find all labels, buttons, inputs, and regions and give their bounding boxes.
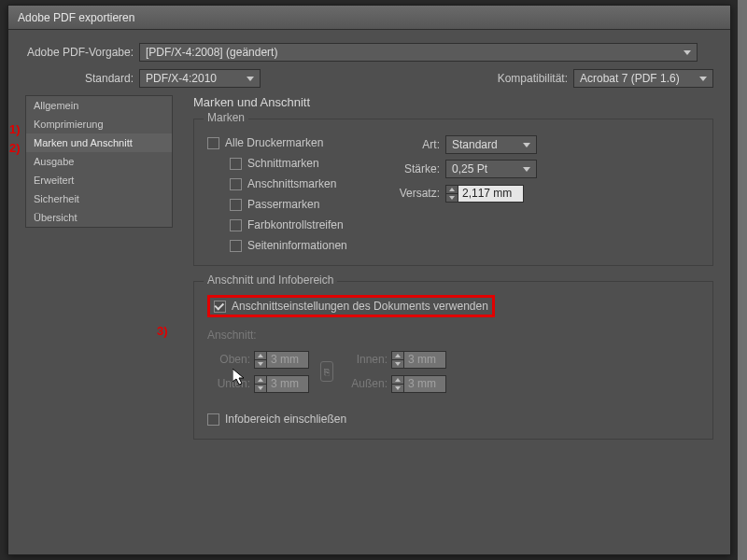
chevron-down-icon xyxy=(523,143,530,147)
category-sidebar: AllgemeinKomprimierungMarken und Anschni… xyxy=(25,95,173,228)
export-pdf-dialog: Adobe PDF exportieren Adobe PDF-Vorgabe:… xyxy=(7,5,731,555)
all-marks-checkbox[interactable] xyxy=(207,137,219,149)
mark-checkbox[interactable] xyxy=(230,158,242,170)
chevron-down-icon xyxy=(395,362,401,366)
chevron-up-icon xyxy=(449,188,455,191)
annotation-3: 3) xyxy=(157,324,168,338)
chevron-down-icon xyxy=(684,50,691,55)
annotation-2: 2) xyxy=(9,141,21,155)
bleed-caption: Anschnitt und Infobereich xyxy=(204,273,337,287)
weight-label: Stärke: xyxy=(394,162,445,175)
chevron-up-icon xyxy=(258,354,263,357)
mark-label: Passermarken xyxy=(247,198,319,211)
titlebar[interactable]: Adobe PDF exportieren xyxy=(8,6,730,30)
bleed-bottom-value: 3 mm xyxy=(267,375,309,393)
offset-stepper[interactable]: 2,117 mm xyxy=(445,185,524,203)
all-marks-label: Alle Druckermarken xyxy=(225,136,323,149)
link-icon: ⎘ xyxy=(320,361,333,382)
weight-value: 0,25 Pt xyxy=(452,162,487,175)
mark-label: Anschnittsmarken xyxy=(247,177,336,190)
mark-checkbox[interactable] xyxy=(230,219,242,231)
bleed-outer-stepper: 3 mm xyxy=(391,375,446,393)
preset-label: Adobe PDF-Vorgabe: xyxy=(25,46,139,59)
bleed-outer-value: 3 mm xyxy=(404,375,446,393)
annotation-1: 1) xyxy=(9,122,21,136)
compat-dropdown[interactable]: Acrobat 7 (PDF 1.6) xyxy=(573,69,713,88)
annotation-box-3: Anschnittseinstellungen des Dokuments ve… xyxy=(207,295,495,317)
bleed-top-label: Oben: xyxy=(207,353,254,366)
art-dropdown[interactable]: Standard xyxy=(445,135,537,154)
art-label: Art: xyxy=(394,138,445,151)
use-doc-bleed-label: Anschnittseinstellungen des Dokuments ve… xyxy=(232,300,488,313)
mark-checkbox[interactable] xyxy=(230,178,242,190)
standard-dropdown[interactable]: PDF/X-4:2010 xyxy=(139,69,261,88)
sidebar-item[interactable]: Komprimierung xyxy=(26,115,172,133)
slug-checkbox[interactable] xyxy=(207,413,219,426)
chevron-down-icon xyxy=(258,362,263,366)
compat-value: Acrobat 7 (PDF 1.6) xyxy=(580,72,680,85)
chevron-down-icon xyxy=(247,77,254,81)
chevron-up-icon xyxy=(258,378,263,382)
chevron-down-icon xyxy=(258,386,263,390)
window-title: Adobe PDF exportieren xyxy=(18,11,134,24)
chevron-down-icon xyxy=(449,196,455,200)
standard-value: PDF/X-4:2010 xyxy=(146,72,217,85)
bleed-bottom-label: Unten: xyxy=(207,377,254,390)
bleed-outer-label: Außen: xyxy=(345,377,391,390)
bleed-bottom-stepper: 3 mm xyxy=(254,375,309,393)
use-doc-bleed-checkbox[interactable] xyxy=(214,301,226,313)
chevron-down-icon xyxy=(523,167,530,172)
mark-checkbox[interactable] xyxy=(230,240,242,252)
marks-group: Marken Alle Druckermarken SchnittmarkenA… xyxy=(193,119,713,266)
slug-label: Infobereich einschließen xyxy=(225,413,346,426)
mark-label: Schnittmarken xyxy=(247,157,319,170)
bleed-top-value: 3 mm xyxy=(267,351,309,369)
preset-value: [PDF/X-4:2008] (geändert) xyxy=(146,46,277,59)
sidebar-item[interactable]: Ausgabe xyxy=(26,152,172,171)
bleed-inner-label: Innen: xyxy=(345,353,391,366)
chevron-down-icon xyxy=(395,386,401,390)
offset-label: Versatz: xyxy=(394,187,445,200)
sidebar-item[interactable]: Marken und Anschnitt xyxy=(26,133,172,152)
sidebar-item[interactable]: Übersicht xyxy=(26,208,172,227)
sidebar-item[interactable]: Allgemein xyxy=(26,96,172,115)
bleed-inner-value: 3 mm xyxy=(404,351,446,369)
sidebar-item[interactable]: Sicherheit xyxy=(26,189,172,208)
chevron-down-icon xyxy=(699,77,707,81)
bleed-heading: Anschnitt: xyxy=(207,329,699,342)
chevron-up-icon xyxy=(395,378,401,382)
bleed-group: Anschnitt und Infobereich Anschnittseins… xyxy=(193,281,713,440)
preset-dropdown[interactable]: [PDF/X-4:2008] (geändert) xyxy=(139,43,698,62)
art-value: Standard xyxy=(452,138,498,151)
bleed-top-stepper: 3 mm xyxy=(254,351,309,369)
weight-dropdown[interactable]: 0,25 Pt xyxy=(445,160,537,178)
marks-caption: Marken xyxy=(204,111,248,124)
bleed-inner-stepper: 3 mm xyxy=(391,351,446,369)
mark-checkbox[interactable] xyxy=(230,199,242,211)
offset-value[interactable]: 2,117 mm xyxy=(458,185,524,203)
mark-label: Farbkontrollstreifen xyxy=(247,218,344,231)
mark-label: Seiteninformationen xyxy=(247,239,347,252)
panel-heading: Marken und Anschnitt xyxy=(193,95,713,109)
standard-label: Standard: xyxy=(25,72,139,85)
chevron-up-icon xyxy=(395,354,401,357)
sidebar-item[interactable]: Erweitert xyxy=(26,171,172,189)
compat-label: Kompatibilität: xyxy=(498,72,573,85)
